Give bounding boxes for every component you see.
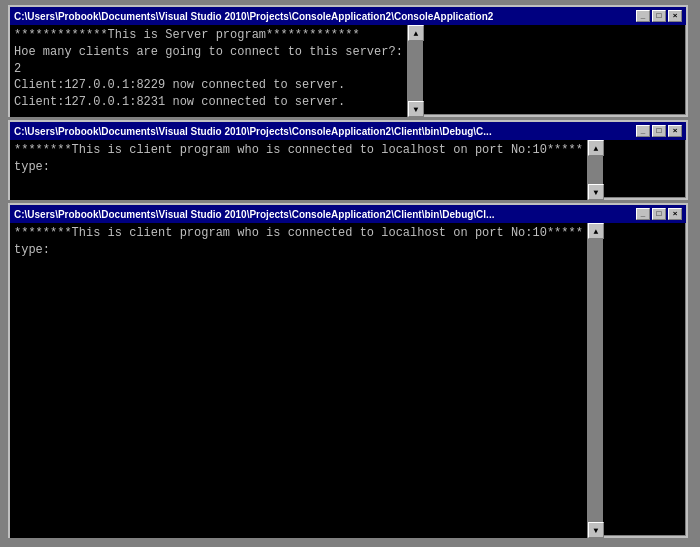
server-line-4: Client:127.0.0.1:8229 now connected to s… <box>14 77 403 94</box>
server-minimize-btn[interactable]: _ <box>636 10 650 22</box>
client1-window-title: C:\Users\Probook\Documents\Visual Studio… <box>14 126 632 137</box>
client2-scroll-up[interactable]: ▲ <box>588 223 604 239</box>
client2-window: C:\Users\Probook\Documents\Visual Studio… <box>8 203 688 538</box>
server-scroll-track <box>408 41 423 101</box>
client2-scroll-track <box>588 239 603 522</box>
client1-scroll-up[interactable]: ▲ <box>588 140 604 156</box>
client2-scroll-down[interactable]: ▼ <box>588 522 604 538</box>
client1-close-btn[interactable]: × <box>668 125 682 137</box>
server-window-title: C:\Users\Probook\Documents\Visual Studio… <box>14 11 632 22</box>
client1-console-content: ********This is client program who is co… <box>10 140 587 200</box>
server-line-5: Client:127.0.0.1:8231 now connected to s… <box>14 94 403 111</box>
client1-window-controls: _ □ × <box>636 125 682 137</box>
client2-console-content: ********This is client program who is co… <box>10 223 587 538</box>
server-scroll-down[interactable]: ▼ <box>408 101 424 117</box>
client1-window: C:\Users\Probook\Documents\Visual Studio… <box>8 120 688 200</box>
client2-window-controls: _ □ × <box>636 208 682 220</box>
server-window-controls: _ □ × <box>636 10 682 22</box>
client2-line-2: type: <box>14 242 583 259</box>
client1-title-bar: C:\Users\Probook\Documents\Visual Studio… <box>10 122 686 140</box>
client1-minimize-btn[interactable]: _ <box>636 125 650 137</box>
client1-scroll-down[interactable]: ▼ <box>588 184 604 200</box>
client1-scrollbar[interactable]: ▲ ▼ <box>587 140 603 200</box>
server-title-bar: C:\Users\Probook\Documents\Visual Studio… <box>10 7 686 25</box>
client2-close-btn[interactable]: × <box>668 208 682 220</box>
client1-line-1: ********This is client program who is co… <box>14 142 583 159</box>
server-line-1: *************This is Server program*****… <box>14 27 403 44</box>
server-scroll-up[interactable]: ▲ <box>408 25 424 41</box>
client2-line-1: ********This is client program who is co… <box>14 225 583 242</box>
client2-title-bar: C:\Users\Probook\Documents\Visual Studio… <box>10 205 686 223</box>
server-close-btn[interactable]: × <box>668 10 682 22</box>
client1-scroll-track <box>588 156 603 184</box>
server-line-3: 2 <box>14 61 403 78</box>
client2-window-title: C:\Users\Probook\Documents\Visual Studio… <box>14 209 632 220</box>
client1-line-2: type: <box>14 159 583 176</box>
client2-scrollbar[interactable]: ▲ ▼ <box>587 223 603 538</box>
client1-maximize-btn[interactable]: □ <box>652 125 666 137</box>
server-scrollbar[interactable]: ▲ ▼ <box>407 25 423 117</box>
client2-minimize-btn[interactable]: _ <box>636 208 650 220</box>
server-window: C:\Users\Probook\Documents\Visual Studio… <box>8 5 688 117</box>
client2-maximize-btn[interactable]: □ <box>652 208 666 220</box>
server-console-content: *************This is Server program*****… <box>10 25 407 117</box>
server-maximize-btn[interactable]: □ <box>652 10 666 22</box>
server-line-2: Hoe many clients are going to connect to… <box>14 44 403 61</box>
